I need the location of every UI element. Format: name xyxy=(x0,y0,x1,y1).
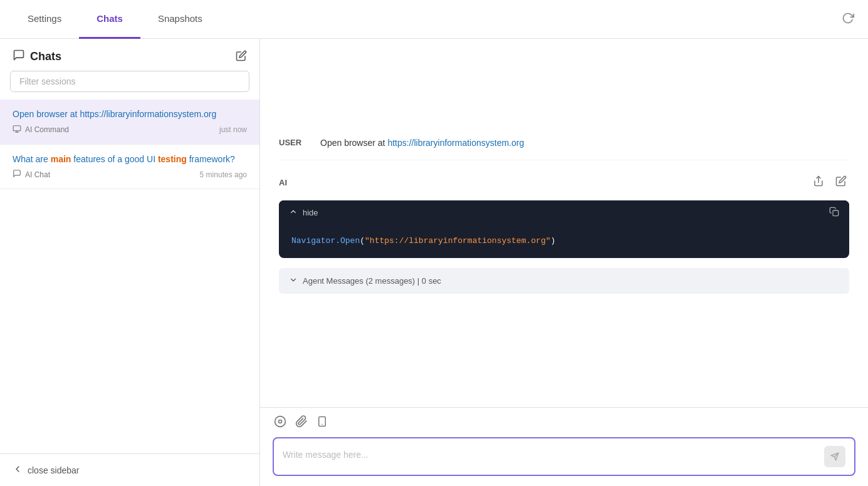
agent-messages-bar[interactable]: Agent Messages (2 messages) | 0 sec xyxy=(279,268,849,294)
session-type-label: AI Chat xyxy=(25,170,50,179)
session-time: 5 minutes ago xyxy=(200,170,247,179)
tab-bar: Settings Chats Snapshots xyxy=(0,0,868,39)
filter-input[interactable] xyxy=(10,71,249,92)
ai-message: AI xyxy=(279,160,849,306)
chat-messages: USER Open browser at https://libraryinfo… xyxy=(260,39,868,407)
chat-input-wrapper xyxy=(273,437,855,476)
main-layout: Chats Open browser at https://libraryinf… xyxy=(0,39,868,486)
chat-bubble-icon xyxy=(13,49,25,65)
top-spacer xyxy=(279,51,849,127)
agent-messages-label: Agent Messages (2 messages) | 0 sec xyxy=(303,276,441,286)
user-role-label: USER xyxy=(279,137,310,147)
user-message: USER Open browser at https://libraryinfo… xyxy=(279,127,849,160)
send-button[interactable] xyxy=(824,446,845,467)
paperclip-icon[interactable] xyxy=(295,415,308,431)
session-time: just now xyxy=(219,125,247,134)
code-block-header: hide xyxy=(279,200,849,225)
ai-actions xyxy=(810,173,849,192)
code-toggle-label: hide xyxy=(303,208,318,217)
user-message-content: Open browser at https://libraryinformati… xyxy=(320,137,524,150)
tab-snapshots[interactable]: Snapshots xyxy=(140,0,220,39)
mobile-icon[interactable] xyxy=(316,415,328,431)
session-title: What are main features of a good UI test… xyxy=(13,153,247,166)
edit-icon[interactable] xyxy=(833,173,849,192)
tab-chats[interactable]: Chats xyxy=(79,0,140,39)
chat-content: USER Open browser at https://libraryinfo… xyxy=(260,39,868,486)
chat-input-area xyxy=(260,407,868,486)
svg-rect-4 xyxy=(833,210,839,216)
ai-chat-icon xyxy=(13,169,21,180)
copy-icon[interactable] xyxy=(829,207,839,219)
svg-point-5 xyxy=(275,416,286,427)
chevron-up-icon xyxy=(289,207,298,218)
chat-input-toolbar xyxy=(273,415,855,431)
list-item[interactable]: Open browser at https://libraryinformati… xyxy=(0,100,259,145)
ai-role-label: AI xyxy=(279,178,810,187)
close-sidebar-button[interactable]: close sidebar xyxy=(0,453,259,486)
tab-settings[interactable]: Settings xyxy=(10,0,79,39)
target-icon[interactable] xyxy=(274,415,286,431)
share-icon[interactable] xyxy=(810,173,827,192)
svg-rect-0 xyxy=(13,125,21,130)
code-block-body: Navigator.Open("https://libraryinformati… xyxy=(279,225,849,258)
svg-point-6 xyxy=(279,420,282,423)
chevron-left-icon xyxy=(13,464,23,476)
message-input[interactable] xyxy=(283,450,818,463)
new-chat-icon[interactable] xyxy=(236,50,247,64)
sidebar-header: Chats xyxy=(0,39,259,71)
tabs: Settings Chats Snapshots xyxy=(10,0,220,39)
session-title: Open browser at https://libraryinformati… xyxy=(13,108,247,121)
sidebar: Chats Open browser at https://libraryinf… xyxy=(0,39,260,486)
code-block: hide Navigator.Open("https://libraryinfo… xyxy=(279,200,849,258)
session-meta: AI Command just now xyxy=(13,125,247,135)
code-line: Navigator.Open("https://libraryinformati… xyxy=(291,235,837,248)
session-meta: AI Chat 5 minutes ago xyxy=(13,169,247,180)
ai-message-header: AI xyxy=(279,173,849,192)
chevron-down-icon xyxy=(289,276,298,286)
close-sidebar-label: close sidebar xyxy=(28,465,80,475)
list-item[interactable]: What are main features of a good UI test… xyxy=(0,145,259,190)
session-type-label: AI Command xyxy=(25,125,69,134)
filter-sessions[interactable] xyxy=(0,71,259,100)
code-toggle-button[interactable]: hide xyxy=(289,207,318,218)
sidebar-title: Chats xyxy=(30,50,231,63)
refresh-button[interactable] xyxy=(838,8,858,31)
session-list: Open browser at https://libraryinformati… xyxy=(0,100,259,453)
ai-command-icon xyxy=(13,125,21,135)
